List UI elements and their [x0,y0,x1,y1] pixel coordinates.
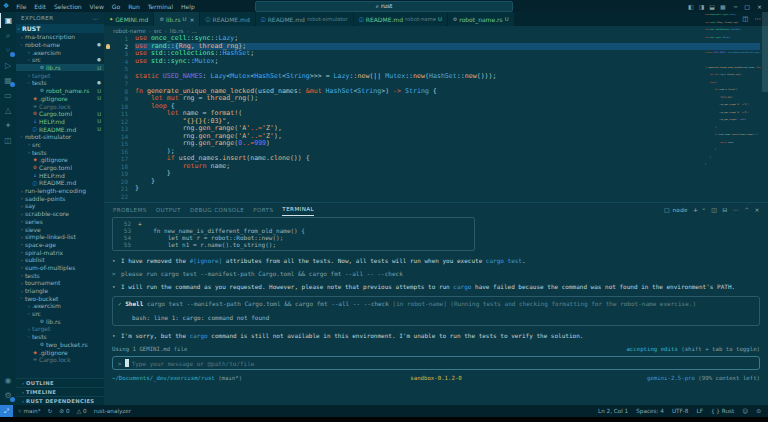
panel-tab-terminal[interactable]: TERMINAL [282,203,314,216]
layout-toggle-icon-2[interactable]: ⬓ [709,3,715,10]
menu-help[interactable]: Help [177,3,199,10]
tree-item-.exercism[interactable]: ›.exercism [16,48,104,56]
activity-explorer[interactable]: ▣ [0,13,16,28]
close-icon[interactable]: × [189,16,194,23]
tree-item-.gitignore[interactable]: ◆.gitignore [16,156,104,164]
activity-account[interactable]: ◉ [0,373,16,388]
tree-item-Cargo.toml[interactable]: ⚙Cargo.toml [16,164,104,172]
tree-item-sieve[interactable]: ›sieve [16,225,104,233]
tree-item-two_bucket.rs[interactable]: ⚙two_bucket.rs [16,341,104,349]
activity-containers[interactable]: ◫ [0,133,16,148]
statusbar-branch[interactable]: ⑂main* [18,408,40,414]
activity-remote-explorer[interactable]: ▭ [0,88,16,103]
remote-indicator[interactable]: ⤢ [0,405,13,417]
new-terminal-icon[interactable]: + [693,206,698,213]
menu-go[interactable]: Go [108,3,124,10]
minimap[interactable]: use once_cell::sync::Lazy;use rand::{Rng… [705,13,761,178]
tree-item-HELP.md[interactable]: ↓HELP.mdU [16,118,104,126]
menu-file[interactable]: File [12,3,30,10]
tree-item-tests[interactable]: ›tests● [16,79,104,87]
panel-tab-debug-console[interactable]: DEBUG CONSOLE [190,203,244,216]
tree-item-spiral-matrix[interactable]: ›spiral-matrix [16,248,104,256]
terminal-dropdown-icon[interactable]: › [701,208,708,211]
tree-item-target[interactable]: ›target [16,325,104,333]
explorer-more-icon[interactable]: ⋯ [93,15,99,22]
statusbar-sync[interactable]: ↻ [47,408,52,414]
tree-item-saddle-points[interactable]: ›saddle-points [16,194,104,202]
tree-item-robot-simulator[interactable]: ›robot-simulator [16,133,104,141]
activity-gemini[interactable]: ✦ [0,118,16,133]
tree-item-tests[interactable]: ›tests [16,333,104,341]
terminal-profile[interactable]: ▢ node [664,206,688,213]
statusbar-indentation[interactable]: Spaces: 4 [636,408,664,414]
tree-item-sum-of-multiples[interactable]: ›sum-of-multiples [16,264,104,272]
section-rust-dependencies[interactable]: ›RUST DEPENDENCIES [16,396,104,405]
tree-item-tests[interactable]: ›tests [16,271,104,279]
tree-item-series[interactable]: ›series [16,218,104,226]
statusbar-problems[interactable]: ⊘0 [59,408,69,414]
layout-toggle-icon-0[interactable]: ◧ [688,3,694,10]
activity-extensions[interactable]: ▦ [0,73,16,88]
tree-item-src[interactable]: ›src● [16,56,104,64]
statusbar-encoding[interactable]: UTF-8 [672,408,689,414]
panel-tab-output[interactable]: OUTPUT [156,203,181,216]
activity-run-debug[interactable]: ▷ [0,58,16,73]
tree-item-.gitignore[interactable]: ◆.gitignore [16,348,104,356]
tree-item-Cargo.lock[interactable]: ≡Cargo.lock [16,356,104,364]
statusbar-rust-analyzer[interactable]: rust-analyzer [94,408,132,414]
workspace-root[interactable]: › RUST [16,24,104,33]
tree-item-robot_name.rs[interactable]: ⚙robot_name.rsU [16,87,104,95]
menu-run[interactable]: Run [124,3,144,10]
kill-terminal-icon[interactable]: ⊟ [722,206,727,213]
editor-scrollbar[interactable] [762,12,768,190]
tree-item-robot-name[interactable]: ›robot-name● [16,41,104,49]
section-timeline[interactable]: ›TIMELINE [16,387,104,396]
code-editor[interactable]: 1use once_cell::sync::Lazy;2use rand::{R… [104,35,760,200]
tree-item-target[interactable]: ›target [16,71,104,79]
split-terminal-icon[interactable]: ◫ [711,206,717,213]
tree-item-rna-transcription[interactable]: ›rna-transcription [16,33,104,41]
chat-input[interactable]: >Type your message or @path/to/file [112,356,760,370]
tree-item-src[interactable]: ›src [16,141,104,149]
tree-item-space-age[interactable]: ›space-age [16,241,104,249]
layout-toggle-icon-1[interactable]: ◨ [699,3,705,10]
tree-item-lib.rs[interactable]: ⚙lib.rs [16,317,104,325]
menu-edit[interactable]: Edit [30,3,50,10]
minimize-icon[interactable]: ─ [734,3,738,10]
tab-README.md[interactable]: ⓘREADME.md [200,12,255,26]
statusbar-cursor-position[interactable]: Ln 2, Col 1 [598,408,628,414]
menu-terminal[interactable]: Terminal [144,3,177,10]
tree-item-README.md[interactable]: ⓘREADME.mdU [16,125,104,133]
tree-item-two-bucket[interactable]: ›two-bucket [16,294,104,302]
breadcrumb-item[interactable]: robot-name [113,28,146,34]
tree-item-README.md[interactable]: ⓘREADME.md [16,179,104,187]
statusbar-eol[interactable]: LF [696,408,702,414]
terminal[interactable]: 52+53 fn new_name_is_different_from_old_… [112,217,760,405]
activity-search[interactable]: ⌕ [0,28,16,43]
more-icon[interactable]: ⋯ [733,206,739,213]
tree-item-say[interactable]: ›say [16,202,104,210]
tree-item-src[interactable]: ›src [16,310,104,318]
panel-tab-ports[interactable]: PORTS [253,203,273,216]
lightbulb-icon[interactable] [106,44,110,49]
tree-item-simple-linked-list[interactable]: ›simple-linked-list [16,233,104,241]
menu-selection[interactable]: Selection [50,3,86,10]
tree-item-Cargo.toml[interactable]: ⚙Cargo.tomlU [16,110,104,118]
tree-item-triangle[interactable]: ›triangle [16,287,104,295]
close-icon[interactable]: × [757,3,762,10]
tab-GEMINI.md[interactable]: ✦GEMINI.md [104,12,154,26]
statusbar-feedback[interactable]: ☺ [742,408,748,414]
close-panel-icon[interactable]: × [755,206,760,213]
tab-README.md[interactable]: ⓘREADME.mdrobot-nameU [354,12,448,26]
activity-source-control[interactable]: ⑂ [0,43,16,58]
tree-item-tests[interactable]: ›tests [16,148,104,156]
tree-item-sublist[interactable]: ›sublist [16,256,104,264]
activity-testing[interactable]: △ [0,103,16,118]
tree-item-run-length-encoding[interactable]: ›run-length-encoding [16,187,104,195]
section-outline[interactable]: ›OUTLINE [16,378,104,387]
tab-robot_name.rs[interactable]: ⚙robot_name.rsU [448,12,515,26]
tree-item-.gitignore[interactable]: ◆.gitignoreU [16,95,104,103]
breadcrumb-item[interactable]: … [191,28,197,34]
tree-item-.exercism[interactable]: ›.exercism [16,302,104,310]
tab-README.md[interactable]: ⓘREADME.mdrobot-simulator [256,12,354,26]
